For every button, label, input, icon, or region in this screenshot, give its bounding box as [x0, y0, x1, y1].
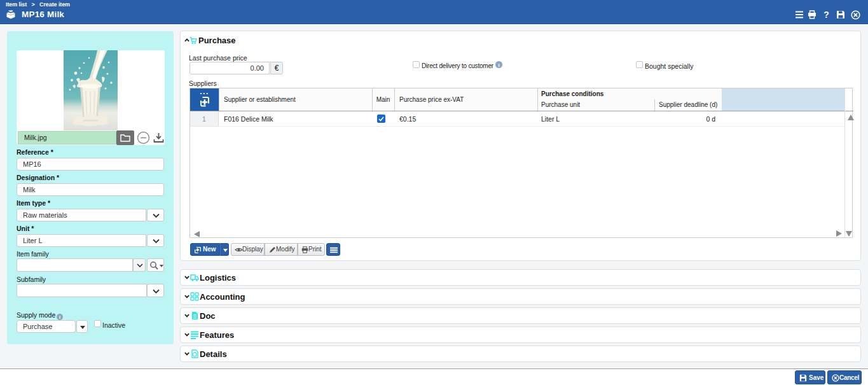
svg-text:i: i [498, 62, 499, 68]
svg-text:i: i [59, 314, 60, 320]
svg-text:?: ? [823, 10, 829, 19]
